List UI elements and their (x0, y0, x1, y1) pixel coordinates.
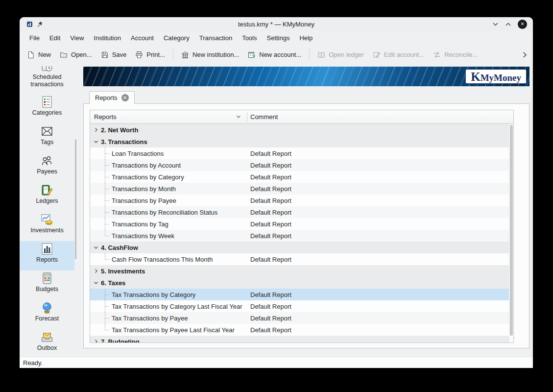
report-group-row[interactable]: 5. Investments (90, 265, 513, 277)
sidebar-item-scheduled-transactions[interactable]: Scheduled transactions (20, 65, 74, 94)
new-account-icon (248, 51, 256, 59)
reports-icon (41, 243, 53, 255)
tree-branch (103, 147, 110, 159)
print-button[interactable]: Print... (131, 48, 169, 62)
tree-branch (103, 195, 110, 206)
report-row[interactable]: Cash Flow Transactions This Month Defaul… (90, 253, 513, 265)
tab-close-icon[interactable]: ✕ (121, 94, 129, 101)
report-row[interactable]: Loan Transactions Default Report (90, 147, 513, 159)
report-group-row[interactable]: 6. Taxes (90, 277, 513, 289)
save-button[interactable]: Save (96, 48, 131, 62)
expand-collapsed-icon[interactable] (93, 127, 99, 132)
menu-view[interactable]: View (65, 32, 89, 44)
categories-icon (41, 96, 53, 108)
report-group-row[interactable]: 7. Budgeting (90, 336, 513, 343)
reconcile-icon (433, 51, 441, 59)
report-row[interactable]: Transactions by Tag Default Report (90, 218, 513, 230)
expand-collapsed-icon[interactable] (93, 269, 99, 273)
report-row[interactable]: Transactions by Week Default Report (90, 230, 513, 242)
sidebar-item-label: Tags (21, 139, 73, 146)
scheduled-transactions-icon (41, 66, 53, 73)
menu-help[interactable]: Help (294, 32, 317, 44)
menu-institution[interactable]: Institution (89, 32, 126, 44)
report-row[interactable]: Tax Transactions by Payee Default Report (90, 312, 513, 324)
report-row[interactable]: Transactions by Reconciliation Status De… (90, 206, 513, 218)
reports-pane: Reports Comment (83, 103, 529, 348)
reconcile-button: Reconcile... (429, 48, 482, 62)
menu-edit[interactable]: Edit (45, 32, 65, 44)
collapse-expanded-icon[interactable] (93, 139, 99, 144)
menu-transaction[interactable]: Transaction (194, 32, 237, 44)
tree-branch (103, 218, 110, 230)
expand-collapsed-icon[interactable] (93, 339, 99, 343)
column-header-reports[interactable]: Reports (94, 110, 117, 123)
column-header-comment[interactable]: Comment (250, 110, 278, 123)
scrollbar-thumb[interactable] (510, 125, 513, 336)
reconcile-button-label: Reconcile... (444, 51, 478, 58)
edit-account-button: Edit account... (368, 48, 429, 62)
tree-branch (103, 159, 110, 171)
vertical-scrollbar[interactable] (509, 124, 513, 343)
window-title: testus.kmy * — KMyMoney (20, 21, 533, 28)
sidebar-item-label: Ledgers (21, 197, 73, 205)
ledger-icon (317, 51, 325, 59)
sidebar-item-tags[interactable]: Tags (20, 123, 74, 153)
tab-bar: Reports ✕ (83, 91, 529, 104)
collapse-expanded-icon[interactable] (93, 280, 99, 285)
sidebar-item-investments[interactable]: Investments (20, 212, 74, 241)
toolbar-overflow-button[interactable] (519, 49, 530, 60)
open-folder-icon (60, 51, 68, 59)
budgets-icon (41, 272, 53, 285)
menu-file[interactable]: File (24, 32, 45, 44)
new-institution-button[interactable]: New institution... (177, 48, 243, 62)
report-row[interactable]: Transactions by Category Default Report (90, 171, 513, 183)
sidebar-item-label: Outbox (21, 344, 73, 352)
menubar: File Edit View Institution Account Categ… (20, 31, 533, 45)
bank-icon (181, 51, 189, 59)
new-document-icon (27, 51, 35, 59)
sidebar-item-label: Budgets (21, 286, 73, 293)
menu-settings[interactable]: Settings (262, 32, 295, 44)
sidebar-item-label: Scheduled transactions (21, 74, 73, 88)
sidebar-item-label: Forecast (21, 315, 73, 322)
sidebar-item-categories[interactable]: Categories (20, 94, 74, 123)
menu-account[interactable]: Account (126, 32, 159, 44)
report-group-row[interactable]: 3. Transactions (90, 136, 513, 147)
menu-tools[interactable]: Tools (237, 32, 262, 44)
reports-tree-table: Reports Comment (90, 110, 514, 343)
toolbar: New Open... Save Print... (20, 45, 533, 65)
maximize-button[interactable] (505, 22, 511, 26)
report-group-row[interactable]: 4. CashFlow (90, 242, 513, 253)
sidebar-item-label: Investments (21, 227, 73, 234)
sidebar-item-budgets[interactable]: Budgets (20, 270, 74, 300)
sidebar-item-reports[interactable]: Reports (20, 241, 74, 270)
report-row[interactable]: Transactions by Account Default Report (90, 159, 513, 171)
sidebar-item-outbox[interactable]: Outbox (20, 329, 74, 357)
ledgers-icon (41, 184, 53, 196)
tree-branch (103, 206, 110, 218)
tab-reports[interactable]: Reports ✕ (89, 91, 135, 104)
report-row[interactable]: Tax Transactions by Payee Last Fiscal Ye… (90, 324, 513, 336)
new-account-button[interactable]: New account... (243, 48, 306, 62)
sidebar-item-payees[interactable]: Payees (20, 153, 74, 182)
minimize-button[interactable] (492, 22, 499, 26)
new-institution-button-label: New institution... (192, 51, 239, 58)
new-button[interactable]: New (23, 48, 55, 62)
report-row[interactable]: Transactions by Month Default Report (90, 183, 513, 195)
titlebar[interactable]: testus.kmy * — KMyMoney × (20, 17, 533, 31)
sidebar-item-forecast[interactable]: Forecast (20, 300, 74, 329)
sidebar-item-ledgers[interactable]: Ledgers (20, 182, 74, 212)
report-group-row[interactable]: 2. Net Worth (90, 124, 513, 136)
save-button-label: Save (112, 51, 127, 58)
report-row-selected[interactable]: Tax Transactions by Category Default Rep… (90, 289, 513, 300)
tags-icon (41, 125, 53, 138)
open-button[interactable]: Open... (55, 48, 96, 62)
report-row[interactable]: Transactions by Payee Default Report (90, 195, 513, 206)
collapse-expanded-icon[interactable] (93, 245, 99, 250)
menu-category[interactable]: Category (159, 32, 194, 44)
close-button[interactable]: × (518, 20, 527, 29)
sidebar-scrollbar[interactable] (75, 139, 76, 259)
report-row[interactable]: Tax Transactions by Category Last Fiscal… (90, 300, 513, 312)
outbox-icon (41, 331, 53, 343)
sort-descending-icon (236, 115, 241, 119)
